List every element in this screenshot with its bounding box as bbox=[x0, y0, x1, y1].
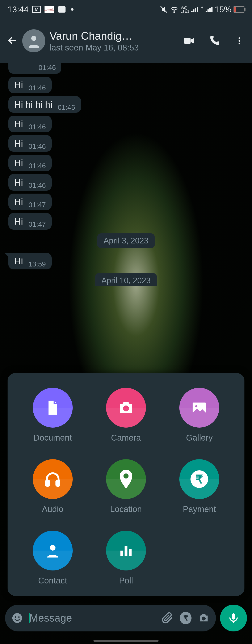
svg-point-13 bbox=[50, 545, 55, 550]
message-time: 01:47 bbox=[29, 201, 46, 209]
voice-call-button[interactable] bbox=[208, 34, 220, 47]
mic-button[interactable] bbox=[220, 604, 247, 632]
attach-payment-button[interactable]: ₹ Payment bbox=[179, 459, 219, 514]
payment-button[interactable]: ₹ bbox=[180, 612, 192, 624]
message-row[interactable]: Hi01:47 bbox=[9, 194, 243, 210]
message-text: Hi bbox=[14, 176, 23, 188]
signal-icon bbox=[191, 6, 198, 12]
video-call-button[interactable] bbox=[183, 34, 195, 47]
svg-rect-3 bbox=[184, 38, 191, 44]
message-row[interactable]: Hi01:47 bbox=[9, 213, 243, 230]
message-text: Hi bbox=[14, 79, 23, 91]
nav-handle[interactable] bbox=[93, 640, 159, 642]
attach-label: Audio bbox=[42, 504, 63, 514]
attach-gallery-button[interactable]: Gallery bbox=[179, 388, 219, 442]
zomato-icon: zomato bbox=[45, 6, 54, 13]
svg-rect-16 bbox=[129, 549, 132, 556]
svg-point-12 bbox=[123, 474, 129, 478]
svg-point-17 bbox=[12, 613, 22, 623]
message-input[interactable]: Message ₹ bbox=[5, 604, 216, 632]
svg-point-6 bbox=[238, 43, 240, 44]
status-time: 13:44 bbox=[8, 5, 29, 14]
attach-location-button[interactable]: Location bbox=[106, 459, 146, 514]
attach-document-button[interactable]: Document bbox=[33, 388, 73, 442]
message-text: Hi bbox=[14, 256, 23, 267]
back-button[interactable] bbox=[6, 34, 18, 47]
svg-line-0 bbox=[161, 6, 167, 12]
mute-icon bbox=[160, 5, 168, 14]
message-row[interactable]: Hi01:46 bbox=[9, 154, 243, 171]
message-time: 13:59 bbox=[29, 260, 46, 268]
message-row[interactable]: Hi01:46 bbox=[9, 77, 243, 93]
rupee-icon: ₹ bbox=[179, 459, 219, 499]
message-list[interactable]: 01:46 Hi01:46 Hi hi hi hi01:46 Hi01:46 H… bbox=[0, 63, 252, 288]
message-time: 01:46 bbox=[29, 123, 46, 131]
document-icon bbox=[33, 388, 73, 428]
attach-label: Gallery bbox=[186, 433, 213, 442]
attach-contact-button[interactable]: Contact bbox=[33, 531, 73, 585]
poll-icon bbox=[106, 531, 146, 570]
attachment-sheet: Document Camera Gallery bbox=[8, 373, 244, 596]
attach-audio-button[interactable]: Audio bbox=[33, 459, 73, 514]
gallery-icon bbox=[179, 388, 219, 428]
svg-rect-11 bbox=[56, 480, 59, 486]
status-bar: 13:44 M zomato Vo)) LTE1 R 15% bbox=[0, 0, 252, 19]
message-row[interactable]: Hi hi hi hi01:46 bbox=[9, 96, 243, 113]
message-text: Hi bbox=[14, 216, 23, 227]
date-separator: April 10, 2023 bbox=[9, 273, 243, 286]
gmail-icon: M bbox=[32, 6, 41, 13]
attach-label: Poll bbox=[119, 576, 133, 585]
more-notifications-icon bbox=[71, 8, 73, 11]
svg-point-18 bbox=[15, 616, 16, 618]
avatar[interactable] bbox=[22, 29, 45, 52]
attach-poll-button[interactable]: Poll bbox=[106, 531, 146, 585]
last-seen: last seen May 16, 08:53 bbox=[50, 43, 176, 52]
roaming-indicator: R bbox=[200, 5, 203, 10]
date-separator: April 3, 2023 bbox=[9, 234, 243, 248]
svg-rect-8 bbox=[193, 403, 206, 413]
attach-label: Location bbox=[110, 504, 142, 514]
header-info[interactable]: Varun Chandig… last seen May 16, 08:53 bbox=[50, 30, 176, 52]
svg-point-7 bbox=[123, 406, 129, 412]
svg-point-20 bbox=[202, 616, 206, 620]
chat-background: 01:46 Hi01:46 Hi hi hi hi01:46 Hi01:46 H… bbox=[0, 63, 252, 644]
message-text: Hi hi hi hi bbox=[14, 99, 52, 110]
camera-button[interactable] bbox=[198, 612, 210, 624]
message-time: 01:46 bbox=[29, 182, 46, 190]
message-row[interactable]: Hi01:46 bbox=[9, 116, 243, 132]
more-options-button[interactable] bbox=[233, 34, 246, 47]
message-row[interactable]: Hi01:46 bbox=[9, 174, 243, 191]
text-cursor bbox=[29, 613, 30, 623]
message-bubble-clipped[interactable]: 01:46 bbox=[9, 63, 61, 74]
camera-icon bbox=[106, 388, 146, 428]
svg-point-19 bbox=[18, 616, 20, 618]
svg-rect-10 bbox=[46, 480, 49, 486]
message-placeholder: Message bbox=[29, 612, 155, 624]
location-pin-icon bbox=[106, 459, 146, 499]
message-time: 01:46 bbox=[29, 84, 46, 92]
attach-label: Document bbox=[34, 433, 72, 442]
svg-point-1 bbox=[174, 12, 175, 13]
signal2-icon bbox=[206, 6, 212, 12]
attach-button[interactable] bbox=[162, 612, 173, 624]
message-time: 01:46 bbox=[29, 142, 46, 150]
chat-notification-icon bbox=[58, 6, 66, 12]
attach-label: Camera bbox=[111, 433, 141, 442]
message-time: 01:47 bbox=[29, 220, 46, 228]
attach-camera-button[interactable]: Camera bbox=[106, 388, 146, 442]
emoji-button[interactable] bbox=[11, 612, 23, 624]
attach-label: Contact bbox=[38, 576, 67, 585]
volte-indicator: Vo)) LTE1 bbox=[181, 6, 189, 13]
wifi-icon bbox=[170, 5, 179, 14]
message-time: 01:46 bbox=[29, 162, 46, 170]
message-text: Hi bbox=[14, 196, 23, 208]
message-time: 01:46 bbox=[38, 64, 56, 72]
svg-point-2 bbox=[31, 36, 36, 41]
svg-rect-21 bbox=[232, 614, 235, 620]
message-row[interactable]: Hi13:59 bbox=[9, 253, 243, 270]
message-row[interactable]: Hi01:46 bbox=[9, 135, 243, 152]
battery-icon bbox=[233, 6, 244, 13]
message-text: Hi bbox=[14, 157, 23, 169]
svg-point-4 bbox=[238, 37, 240, 39]
contact-name: Varun Chandig… bbox=[50, 30, 176, 42]
